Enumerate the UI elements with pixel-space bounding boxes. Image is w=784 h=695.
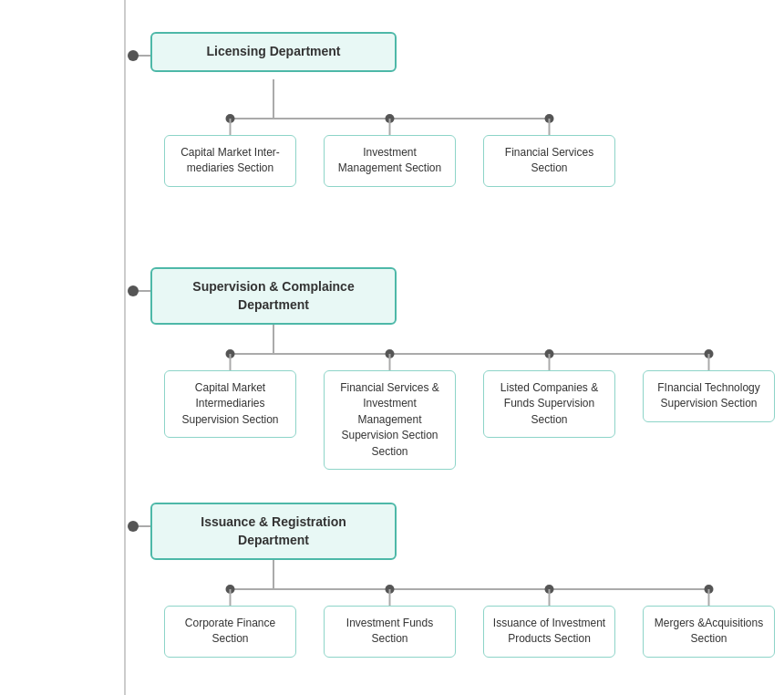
svg-point-18	[545, 349, 554, 358]
svg-point-20	[705, 349, 714, 358]
svg-point-26	[226, 585, 235, 594]
connector-svg-issuance	[9, 489, 784, 695]
section-box-issuance-3: Mergers &Acquisitions Section	[643, 606, 775, 658]
svg-point-6	[386, 114, 395, 123]
section-box-issuance-1: Investment Funds Section	[324, 606, 456, 658]
svg-point-1	[128, 50, 139, 61]
dept-box-supervision: Supervision & Complaince Department	[150, 267, 397, 325]
section-box-licensing-2: Financial Services Section	[483, 135, 615, 187]
section-box-supervision-2: Listed Companies & Funds Supervision Sec…	[483, 370, 615, 438]
org-chart: Licensing DepartmentCapital Market Inter…	[0, 0, 784, 695]
svg-point-16	[386, 349, 395, 358]
svg-point-8	[545, 114, 554, 123]
dept-box-issuance: Issuance & Registration Department	[150, 503, 397, 560]
svg-point-28	[386, 585, 395, 594]
group-issuance: Issuance & Registration DepartmentCorpor…	[9, 489, 775, 695]
section-box-supervision-3: FInancial Technology Supervision Section	[643, 370, 775, 422]
svg-point-14	[226, 349, 235, 358]
dept-box-licensing: Licensing Department	[150, 32, 397, 72]
svg-point-4	[226, 114, 235, 123]
svg-point-32	[705, 585, 714, 594]
svg-point-30	[545, 585, 554, 594]
section-box-issuance-2: Issuance of Investment Products Section	[483, 606, 615, 658]
section-box-supervision-1: Financial Services & Investment Manageme…	[324, 370, 456, 470]
section-box-supervision-0: Capital Market Intermediaries Supervisio…	[164, 370, 296, 438]
section-box-licensing-0: Capital Market Inter- mediaries Section	[164, 135, 296, 187]
svg-point-11	[128, 285, 139, 296]
section-box-licensing-1: Investment Management Section	[324, 135, 456, 187]
group-supervision: Supervision & Complaince DepartmentCapit…	[9, 254, 775, 471]
section-box-issuance-0: Corporate Finance Section	[164, 606, 296, 658]
group-licensing: Licensing DepartmentCapital Market Inter…	[9, 18, 775, 235]
svg-point-23	[128, 521, 139, 532]
